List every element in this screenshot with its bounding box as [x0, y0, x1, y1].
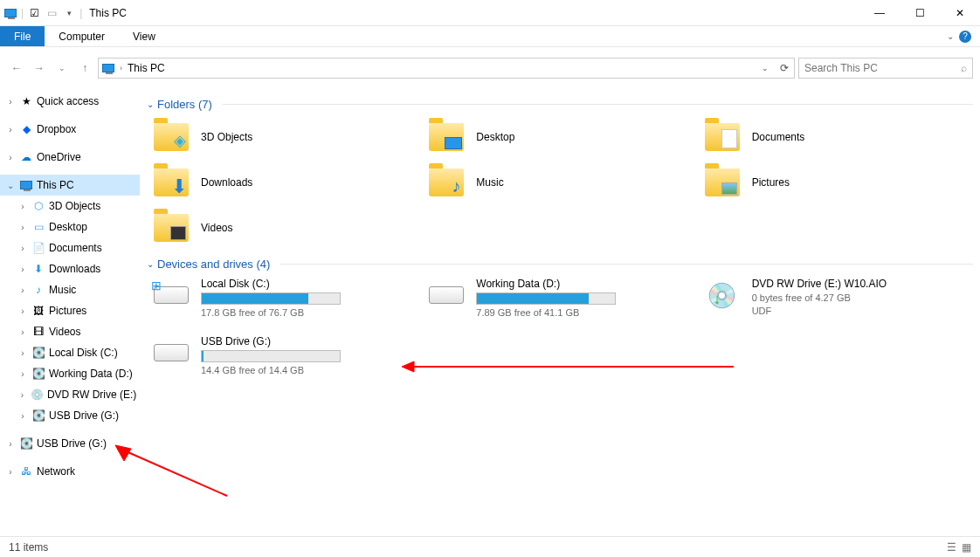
pc-icon: [19, 178, 33, 192]
sidebar-item-3d-objects[interactable]: ›⬡3D Objects: [0, 196, 140, 217]
chevron-down-icon: ⌄: [147, 100, 154, 109]
drive-name: USB Drive (G:): [201, 335, 341, 347]
group-header-folders[interactable]: ⌄ Folders (7): [147, 91, 973, 114]
drive-fs-text: UDF: [752, 306, 887, 316]
drive-usage-bar: [201, 350, 341, 362]
usb-icon: 💽: [19, 437, 33, 450]
sidebar-item-local-disk-c[interactable]: ›💽Local Disk (C:): [0, 342, 140, 363]
view-tiles-button[interactable]: ▦: [962, 541, 971, 554]
drive-free-text: 0 bytes free of 4.27 GB: [752, 292, 887, 303]
status-item-count: 11 items: [9, 541, 48, 554]
sidebar-item-desktop[interactable]: ›▭Desktop: [0, 217, 140, 237]
view-details-button[interactable]: ☰: [947, 541, 956, 554]
nav-recent-button[interactable]: ⌄: [52, 58, 72, 78]
picture-icon: 🖼: [31, 304, 45, 318]
close-button[interactable]: ✕: [940, 0, 980, 26]
address-bar[interactable]: › This PC ⌄ ⟳: [98, 58, 795, 79]
qat-separator-2: |: [79, 7, 82, 19]
breadcrumb-sep: ›: [120, 64, 122, 72]
drive-working-data-d[interactable]: Working Data (D:) 7.89 GB free of 41.1 G…: [422, 274, 697, 321]
drive-name: DVD RW Drive (E:) W10.AIO: [752, 278, 887, 290]
folder-label: Pictures: [752, 176, 790, 189]
drive-usage-bar: [201, 292, 341, 305]
search-input[interactable]: [804, 62, 961, 74]
folder-label: Videos: [201, 222, 232, 234]
sidebar-item-usb-drive-g-inner[interactable]: ›💽USB Drive (G:): [0, 405, 140, 426]
folder-desktop[interactable]: Desktop: [422, 114, 697, 160]
minimize-button[interactable]: ―: [859, 0, 900, 26]
star-icon: ★: [19, 94, 33, 108]
group-header-drives[interactable]: ⌄ Devices and drives (4): [147, 251, 973, 274]
sidebar-item-dvd-drive-e[interactable]: ›💿DVD RW Drive (E:) W: [0, 384, 140, 405]
folder-3d-objects[interactable]: ◈3D Objects: [147, 114, 422, 160]
drive-free-text: 17.8 GB free of 76.7 GB: [201, 307, 341, 318]
sidebar-item-quick-access[interactable]: ›★Quick access: [0, 91, 140, 112]
drive-usb-g[interactable]: USB Drive (G:) 14.4 GB free of 14.4 GB: [147, 332, 422, 379]
qat-customize-icon[interactable]: [62, 6, 76, 20]
sidebar-item-documents[interactable]: ›📄Documents: [0, 237, 140, 258]
sidebar-item-working-data-d[interactable]: ›💽Working Data (D:): [0, 363, 140, 384]
help-icon[interactable]: ?: [959, 31, 971, 43]
folder-label: Documents: [752, 131, 805, 143]
maximize-button[interactable]: ☐: [900, 0, 940, 26]
chevron-down-icon: ⌄: [147, 259, 154, 269]
folder-label: Desktop: [476, 131, 514, 143]
disc-icon: 💿: [707, 281, 737, 310]
sidebar-item-network[interactable]: ›🖧Network: [0, 461, 140, 482]
sidebar-item-pictures[interactable]: ›🖼Pictures: [0, 300, 140, 321]
window-title: This PC: [89, 7, 127, 19]
drive-icon: 💽: [31, 346, 45, 360]
sidebar-item-music[interactable]: ›♪Music: [0, 279, 140, 300]
folder-documents[interactable]: Documents: [698, 114, 973, 160]
desktop-icon: ▭: [31, 220, 45, 234]
tab-computer[interactable]: Computer: [45, 26, 119, 46]
window-icon: [3, 6, 17, 20]
folder-pictures[interactable]: Pictures: [698, 160, 973, 205]
dropbox-icon: ◆: [19, 122, 33, 136]
sidebar-item-usb-drive-g[interactable]: ›💽USB Drive (G:): [0, 433, 140, 454]
ribbon-expand-icon[interactable]: ⌄: [947, 31, 954, 41]
drive-free-text: 7.89 GB free of 41.1 GB: [476, 307, 616, 318]
tab-view[interactable]: View: [119, 26, 169, 46]
folder-label: Music: [476, 176, 503, 189]
folder-label: Downloads: [201, 176, 252, 189]
sidebar-item-onedrive[interactable]: ›☁OneDrive: [0, 147, 140, 168]
sidebar-item-videos[interactable]: ›🎞Videos: [0, 321, 140, 342]
cube-icon: ⬡: [31, 199, 45, 213]
drive-icon: 💽: [31, 367, 45, 381]
drive-dvd-e[interactable]: 💿↓ DVD RW Drive (E:) W10.AIO 0 bytes fre…: [698, 274, 973, 321]
video-icon: 🎞: [31, 325, 45, 339]
sidebar-item-this-pc[interactable]: ⌄This PC: [0, 175, 140, 196]
address-dropdown-icon[interactable]: ⌄: [756, 58, 775, 78]
download-icon: ⬇: [31, 262, 45, 276]
refresh-button[interactable]: ⟳: [775, 58, 794, 78]
qat-properties-icon[interactable]: ☑: [27, 6, 41, 20]
qat-separator: |: [21, 7, 24, 19]
folder-label: 3D Objects: [201, 131, 252, 143]
network-icon: 🖧: [19, 464, 33, 478]
music-icon: ♪: [31, 283, 45, 297]
qat-newfolder-icon[interactable]: ▭: [45, 6, 59, 20]
folder-videos[interactable]: Videos: [147, 205, 422, 251]
tab-file[interactable]: File: [0, 26, 45, 46]
search-icon[interactable]: ⌕: [961, 62, 967, 74]
sidebar-item-downloads[interactable]: ›⬇Downloads: [0, 258, 140, 279]
address-icon: [102, 64, 114, 72]
folder-music[interactable]: ♪Music: [422, 160, 697, 205]
navigation-pane: ›★Quick access ›◆Dropbox ›☁OneDrive ⌄Thi…: [0, 84, 140, 536]
sidebar-item-dropbox[interactable]: ›◆Dropbox: [0, 119, 140, 140]
drive-name: Local Disk (C:): [201, 278, 341, 290]
drive-name: Working Data (D:): [476, 278, 616, 290]
nav-up-button[interactable]: ↑: [75, 58, 94, 78]
folder-downloads[interactable]: ⬇Downloads: [147, 160, 422, 205]
usb-icon: 💽: [31, 409, 45, 423]
drive-icon: [429, 286, 464, 304]
content-pane: ⌄ Folders (7) ◈3D Objects Desktop Docume…: [140, 84, 980, 536]
usb-icon: [154, 344, 189, 361]
nav-back-button[interactable]: ←: [7, 58, 26, 78]
nav-forward-button[interactable]: →: [30, 58, 49, 78]
breadcrumb[interactable]: This PC: [128, 62, 165, 74]
drive-local-c[interactable]: ⊞ Local Disk (C:) 17.8 GB free of 76.7 G…: [147, 274, 422, 321]
drive-icon: ⊞: [154, 286, 189, 304]
document-icon: 📄: [31, 241, 45, 255]
